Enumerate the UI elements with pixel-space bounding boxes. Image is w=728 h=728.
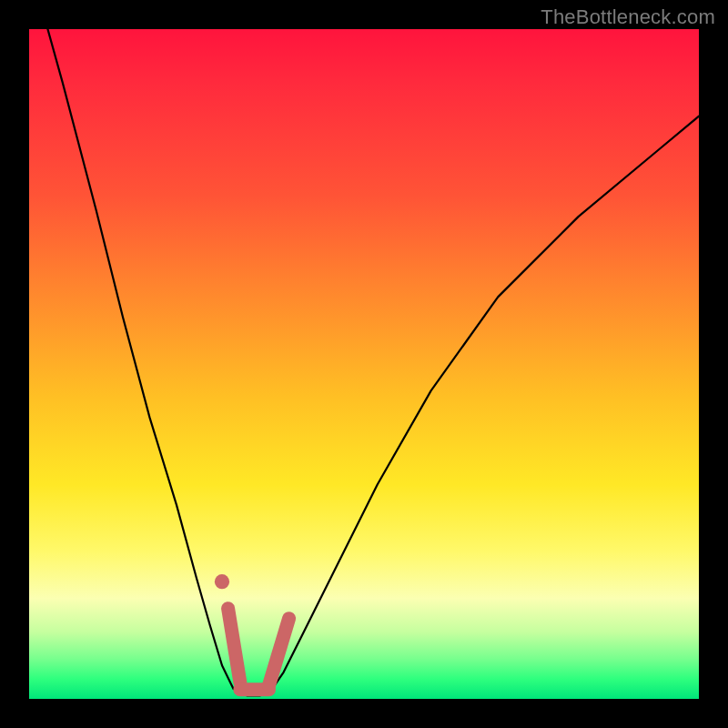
watermark-text: TheBottleneck.com	[541, 5, 715, 29]
marker-dot	[215, 574, 229, 589]
chart-frame: TheBottleneck.com	[0, 0, 728, 728]
marker-thick-left	[228, 609, 240, 682]
plot-area	[29, 29, 699, 699]
marker-thick-right	[268, 619, 288, 686]
curve-svg	[29, 29, 699, 699]
bottleneck-curve	[29, 0, 699, 695]
